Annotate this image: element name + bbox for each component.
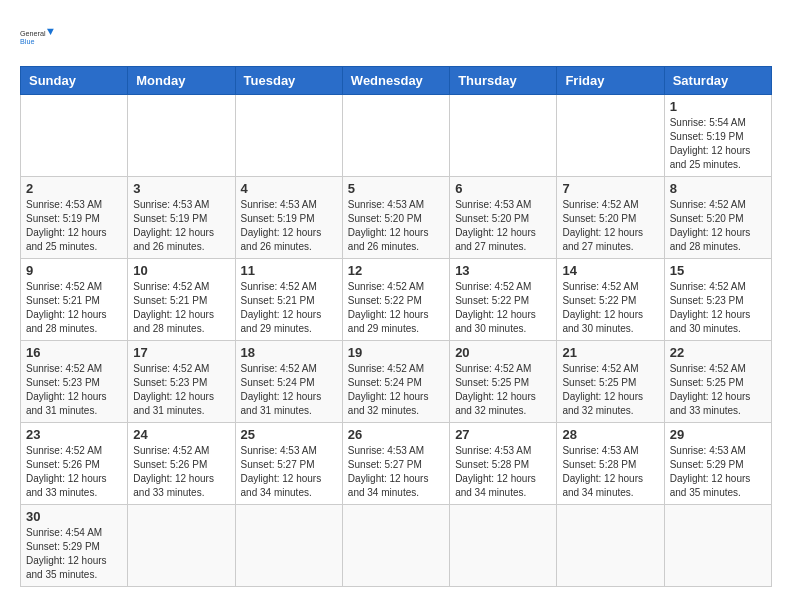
day-info: Sunrise: 4:52 AM Sunset: 5:21 PM Dayligh… — [26, 280, 122, 336]
day-info: Sunrise: 4:52 AM Sunset: 5:21 PM Dayligh… — [133, 280, 229, 336]
calendar-cell — [450, 505, 557, 587]
day-number: 29 — [670, 427, 766, 442]
weekday-header-saturday: Saturday — [664, 67, 771, 95]
calendar-cell: 1Sunrise: 5:54 AM Sunset: 5:19 PM Daylig… — [664, 95, 771, 177]
day-number: 6 — [455, 181, 551, 196]
day-info: Sunrise: 4:52 AM Sunset: 5:26 PM Dayligh… — [133, 444, 229, 500]
calendar-cell: 16Sunrise: 4:52 AM Sunset: 5:23 PM Dayli… — [21, 341, 128, 423]
weekday-header-sunday: Sunday — [21, 67, 128, 95]
day-info: Sunrise: 4:53 AM Sunset: 5:27 PM Dayligh… — [241, 444, 337, 500]
day-info: Sunrise: 4:52 AM Sunset: 5:26 PM Dayligh… — [26, 444, 122, 500]
day-info: Sunrise: 4:52 AM Sunset: 5:22 PM Dayligh… — [348, 280, 444, 336]
calendar-cell: 27Sunrise: 4:53 AM Sunset: 5:28 PM Dayli… — [450, 423, 557, 505]
day-info: Sunrise: 4:53 AM Sunset: 5:29 PM Dayligh… — [670, 444, 766, 500]
day-number: 25 — [241, 427, 337, 442]
calendar-cell: 13Sunrise: 4:52 AM Sunset: 5:22 PM Dayli… — [450, 259, 557, 341]
day-info: Sunrise: 4:52 AM Sunset: 5:22 PM Dayligh… — [562, 280, 658, 336]
day-number: 14 — [562, 263, 658, 278]
calendar-cell: 23Sunrise: 4:52 AM Sunset: 5:26 PM Dayli… — [21, 423, 128, 505]
calendar-cell: 25Sunrise: 4:53 AM Sunset: 5:27 PM Dayli… — [235, 423, 342, 505]
svg-text:General: General — [20, 29, 46, 38]
calendar-cell: 18Sunrise: 4:52 AM Sunset: 5:24 PM Dayli… — [235, 341, 342, 423]
calendar-cell: 22Sunrise: 4:52 AM Sunset: 5:25 PM Dayli… — [664, 341, 771, 423]
calendar-cell: 30Sunrise: 4:54 AM Sunset: 5:29 PM Dayli… — [21, 505, 128, 587]
day-number: 22 — [670, 345, 766, 360]
day-number: 21 — [562, 345, 658, 360]
day-number: 19 — [348, 345, 444, 360]
calendar-table: SundayMondayTuesdayWednesdayThursdayFrid… — [20, 66, 772, 587]
day-number: 5 — [348, 181, 444, 196]
calendar-cell — [557, 505, 664, 587]
day-info: Sunrise: 4:52 AM Sunset: 5:23 PM Dayligh… — [133, 362, 229, 418]
weekday-header-row: SundayMondayTuesdayWednesdayThursdayFrid… — [21, 67, 772, 95]
day-number: 26 — [348, 427, 444, 442]
day-info: Sunrise: 4:52 AM Sunset: 5:20 PM Dayligh… — [670, 198, 766, 254]
calendar-cell: 3Sunrise: 4:53 AM Sunset: 5:19 PM Daylig… — [128, 177, 235, 259]
calendar-cell: 10Sunrise: 4:52 AM Sunset: 5:21 PM Dayli… — [128, 259, 235, 341]
day-info: Sunrise: 4:52 AM Sunset: 5:22 PM Dayligh… — [455, 280, 551, 336]
calendar-cell: 4Sunrise: 4:53 AM Sunset: 5:19 PM Daylig… — [235, 177, 342, 259]
calendar-cell: 12Sunrise: 4:52 AM Sunset: 5:22 PM Dayli… — [342, 259, 449, 341]
day-info: Sunrise: 4:52 AM Sunset: 5:23 PM Dayligh… — [26, 362, 122, 418]
svg-marker-2 — [47, 29, 54, 35]
day-number: 17 — [133, 345, 229, 360]
day-number: 8 — [670, 181, 766, 196]
day-number: 10 — [133, 263, 229, 278]
calendar-cell — [21, 95, 128, 177]
calendar-cell: 20Sunrise: 4:52 AM Sunset: 5:25 PM Dayli… — [450, 341, 557, 423]
day-number: 4 — [241, 181, 337, 196]
day-number: 11 — [241, 263, 337, 278]
day-number: 30 — [26, 509, 122, 524]
weekday-header-monday: Monday — [128, 67, 235, 95]
day-number: 13 — [455, 263, 551, 278]
calendar-cell: 7Sunrise: 4:52 AM Sunset: 5:20 PM Daylig… — [557, 177, 664, 259]
day-number: 1 — [670, 99, 766, 114]
calendar-cell: 14Sunrise: 4:52 AM Sunset: 5:22 PM Dayli… — [557, 259, 664, 341]
calendar-cell: 5Sunrise: 4:53 AM Sunset: 5:20 PM Daylig… — [342, 177, 449, 259]
day-number: 24 — [133, 427, 229, 442]
calendar-cell: 2Sunrise: 4:53 AM Sunset: 5:19 PM Daylig… — [21, 177, 128, 259]
day-info: Sunrise: 4:52 AM Sunset: 5:24 PM Dayligh… — [241, 362, 337, 418]
day-info: Sunrise: 4:53 AM Sunset: 5:19 PM Dayligh… — [241, 198, 337, 254]
day-number: 12 — [348, 263, 444, 278]
weekday-header-wednesday: Wednesday — [342, 67, 449, 95]
day-info: Sunrise: 4:54 AM Sunset: 5:29 PM Dayligh… — [26, 526, 122, 582]
calendar-cell: 26Sunrise: 4:53 AM Sunset: 5:27 PM Dayli… — [342, 423, 449, 505]
day-number: 27 — [455, 427, 551, 442]
calendar-cell: 6Sunrise: 4:53 AM Sunset: 5:20 PM Daylig… — [450, 177, 557, 259]
day-info: Sunrise: 4:53 AM Sunset: 5:20 PM Dayligh… — [455, 198, 551, 254]
day-info: Sunrise: 4:52 AM Sunset: 5:25 PM Dayligh… — [562, 362, 658, 418]
calendar-cell — [128, 505, 235, 587]
calendar-cell — [128, 95, 235, 177]
calendar-week-3: 16Sunrise: 4:52 AM Sunset: 5:23 PM Dayli… — [21, 341, 772, 423]
day-info: Sunrise: 4:53 AM Sunset: 5:28 PM Dayligh… — [455, 444, 551, 500]
calendar-cell — [235, 95, 342, 177]
day-info: Sunrise: 4:53 AM Sunset: 5:28 PM Dayligh… — [562, 444, 658, 500]
day-info: Sunrise: 4:52 AM Sunset: 5:21 PM Dayligh… — [241, 280, 337, 336]
day-number: 9 — [26, 263, 122, 278]
day-number: 20 — [455, 345, 551, 360]
day-number: 18 — [241, 345, 337, 360]
day-number: 3 — [133, 181, 229, 196]
day-number: 15 — [670, 263, 766, 278]
logo: GeneralBlue — [20, 20, 56, 56]
calendar-cell: 28Sunrise: 4:53 AM Sunset: 5:28 PM Dayli… — [557, 423, 664, 505]
svg-text:Blue: Blue — [20, 37, 34, 46]
calendar-cell: 24Sunrise: 4:52 AM Sunset: 5:26 PM Dayli… — [128, 423, 235, 505]
day-info: Sunrise: 4:52 AM Sunset: 5:25 PM Dayligh… — [455, 362, 551, 418]
calendar-cell — [342, 95, 449, 177]
calendar-week-0: 1Sunrise: 5:54 AM Sunset: 5:19 PM Daylig… — [21, 95, 772, 177]
calendar-week-1: 2Sunrise: 4:53 AM Sunset: 5:19 PM Daylig… — [21, 177, 772, 259]
page-header: GeneralBlue — [20, 20, 772, 56]
day-number: 16 — [26, 345, 122, 360]
calendar-week-4: 23Sunrise: 4:52 AM Sunset: 5:26 PM Dayli… — [21, 423, 772, 505]
day-info: Sunrise: 4:53 AM Sunset: 5:27 PM Dayligh… — [348, 444, 444, 500]
calendar-cell: 19Sunrise: 4:52 AM Sunset: 5:24 PM Dayli… — [342, 341, 449, 423]
calendar-cell — [664, 505, 771, 587]
weekday-header-thursday: Thursday — [450, 67, 557, 95]
day-info: Sunrise: 4:53 AM Sunset: 5:19 PM Dayligh… — [133, 198, 229, 254]
day-info: Sunrise: 4:52 AM Sunset: 5:20 PM Dayligh… — [562, 198, 658, 254]
calendar-cell — [557, 95, 664, 177]
calendar-cell: 15Sunrise: 4:52 AM Sunset: 5:23 PM Dayli… — [664, 259, 771, 341]
calendar-cell: 21Sunrise: 4:52 AM Sunset: 5:25 PM Dayli… — [557, 341, 664, 423]
